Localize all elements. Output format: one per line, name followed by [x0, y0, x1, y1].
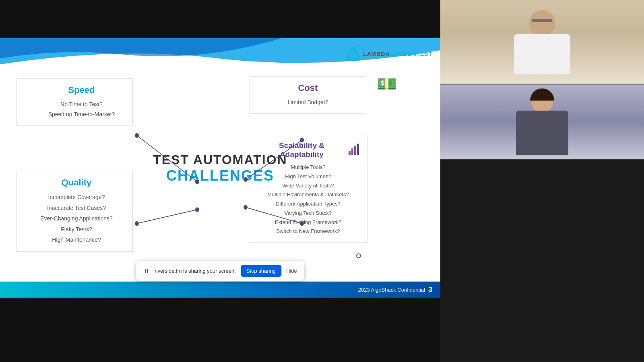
- footer-text: 2023 AlgoShack Confidential: [358, 287, 425, 293]
- video-bottom: [440, 84, 644, 160]
- cost-box: Cost Limited Budget?: [250, 76, 366, 114]
- speed-title: Speed: [39, 85, 124, 95]
- speed-box: Speed No Time to Test? Speed up Time-to-…: [16, 78, 133, 126]
- screen-container: LAMBDALAMBDATEST ⏱️ Speed No Time to Tes…: [0, 0, 440, 362]
- quality-box: Quality Incomplete Coverage? Inaccurate …: [16, 171, 133, 252]
- lambda-text: LAMBDALAMBDATEST: [363, 51, 432, 57]
- svg-point-13: [244, 205, 248, 210]
- svg-point-3: [135, 133, 139, 138]
- sharing-message: riverside.fm is sharing your screen.: [155, 268, 236, 274]
- svg-line-8: [137, 210, 197, 224]
- cost-content: Limited Budget?: [258, 97, 358, 107]
- bar-chart-icon: [349, 144, 359, 157]
- pause-icon: ⏸: [143, 267, 150, 275]
- quality-content: Incomplete Coverage? Inaccurate Test Cas…: [29, 192, 124, 245]
- title-line2: CHALLENGES: [153, 167, 287, 184]
- cost-title: Cost: [258, 83, 358, 93]
- footer-number: 3: [428, 286, 432, 294]
- video-top: [440, 0, 644, 84]
- video-remaining: [440, 160, 644, 362]
- speed-content: No Time to Test? Speed up Time-to-Market…: [39, 99, 124, 119]
- lambda-logo: LAMBDALAMBDATEST: [345, 46, 432, 62]
- svg-point-6: [135, 221, 139, 226]
- person-top-silhouette: [440, 0, 644, 84]
- sharing-bar: ⏸ riverside.fm is sharing your screen. S…: [136, 261, 304, 281]
- svg-point-7: [195, 207, 199, 212]
- quality-title: Quality: [29, 177, 124, 188]
- black-bar-top: [0, 0, 440, 38]
- lambda-icon: [345, 46, 361, 62]
- cursor: [356, 253, 361, 258]
- title-line1: TEST AUTOMATION: [153, 152, 287, 167]
- slide-area: LAMBDALAMBDATEST ⏱️ Speed No Time to Tes…: [0, 38, 440, 298]
- center-title: TEST AUTOMATION CHALLENGES: [153, 152, 287, 184]
- person-bottom-silhouette: [440, 84, 644, 159]
- cost-icon: 💵: [377, 74, 397, 93]
- black-bar-bottom: [0, 298, 440, 362]
- scalability-box: Scalability & Adaptability Multiple Tool…: [249, 135, 367, 243]
- stop-sharing-button[interactable]: Stop sharing: [241, 265, 281, 277]
- video-panel: [440, 0, 644, 362]
- slide-footer: 2023 AlgoShack Confidential 3: [0, 282, 440, 298]
- hide-button[interactable]: Hide: [286, 268, 297, 274]
